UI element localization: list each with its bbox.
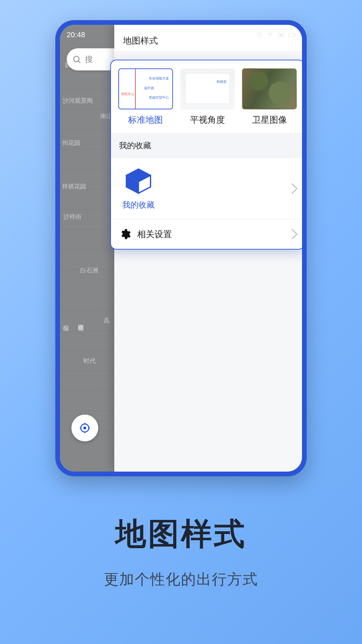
- locate-icon: [79, 422, 91, 434]
- map-poi-label: 时代: [83, 357, 96, 365]
- svg-rect-5: [294, 34, 295, 36]
- style-label: 标准地图: [118, 114, 173, 126]
- map-poi-label: 州花园: [62, 139, 80, 147]
- phone-screen: 新中路 沙河观景阁 南山 州花园 祥祺花园 沙祥街 白石洲 石洲中路 高 时代 …: [60, 25, 302, 472]
- favorites-item[interactable]: 我的收藏: [111, 158, 302, 219]
- screen-record-icon: [277, 31, 285, 39]
- gear-icon: [119, 228, 131, 240]
- favorites-section-title: 我的收藏: [111, 133, 302, 158]
- svg-rect-4: [289, 33, 294, 36]
- favorites-item-label: 我的收藏: [122, 200, 155, 210]
- style-options: 生命保险大厦 福中路 市民中心 荣超经贸中心 标准地图 和德居 平视角度 卫星图…: [111, 60, 302, 128]
- style-option-satellite[interactable]: 卫星图像: [242, 68, 297, 126]
- svg-point-3: [280, 34, 282, 36]
- svg-point-1: [270, 37, 270, 37]
- style-thumb-satellite: [242, 68, 297, 109]
- wifi-icon: [266, 31, 274, 39]
- search-placeholder: 搜: [85, 54, 93, 65]
- box-icon: [124, 167, 153, 196]
- thumb-mini-label: 生命保险大厦: [149, 76, 169, 81]
- style-option-standard[interactable]: 生命保险大厦 福中路 市民中心 荣超经贸中心 标准地图: [118, 68, 173, 126]
- thumb-mini-label: 荣超经贸中心: [149, 95, 169, 100]
- style-thumb-flat: 和德居: [180, 68, 235, 109]
- phone-frame: 新中路 沙河观景阁 南山 州花园 祥祺花园 沙祥街 白石洲 石洲中路 高 时代 …: [55, 20, 307, 476]
- status-time: 20:48: [67, 31, 85, 39]
- hero-subtitle: 更加个性化的出行方式: [0, 570, 362, 589]
- settings-label: 相关设置: [137, 228, 172, 240]
- hero-copy: 地图样式 更加个性化的出行方式: [0, 513, 362, 589]
- thumb-mini-label: 福中路: [144, 86, 154, 91]
- style-label: 卫星图像: [242, 114, 297, 126]
- svg-point-7: [83, 427, 86, 430]
- style-card: 生命保险大厦 福中路 市民中心 荣超经贸中心 标准地图 和德居 平视角度 卫星图…: [110, 60, 302, 250]
- map-poi-label: 高: [104, 317, 110, 325]
- location-status-icon: [256, 31, 263, 39]
- map-poi-label: 沙祥街: [63, 213, 81, 221]
- chevron-right-icon: [287, 183, 297, 194]
- thumb-mini-label: 市民中心: [121, 92, 134, 97]
- map-poi-label: 白石洲: [80, 266, 98, 274]
- battery-icon: [288, 31, 295, 39]
- chevron-right-icon: [287, 229, 297, 239]
- thumb-mini-label: 和德居: [217, 79, 227, 84]
- style-label: 平视角度: [180, 114, 235, 126]
- style-option-flat[interactable]: 和德居 平视角度: [180, 68, 235, 126]
- svg-point-0: [258, 33, 260, 35]
- map-poi-label: 沙河观景阁: [63, 97, 93, 105]
- style-thumb-standard: 生命保险大厦 福中路 市民中心 荣超经贸中心: [118, 68, 173, 109]
- hero-title: 地图样式: [0, 513, 362, 555]
- map-poi-label: 祥祺花园: [62, 182, 86, 191]
- locate-button[interactable]: [71, 415, 98, 441]
- status-bar: 20:48: [67, 28, 295, 42]
- related-settings[interactable]: 相关设置: [111, 219, 302, 249]
- svg-point-6: [74, 56, 79, 62]
- search-icon: [72, 55, 81, 64]
